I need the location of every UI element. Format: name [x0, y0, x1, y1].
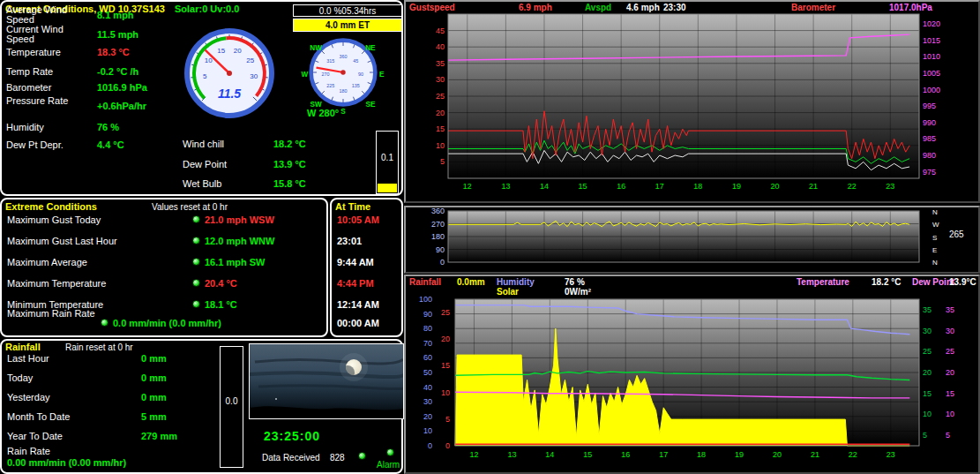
pressure-rate-value: +0.6hPa/hr — [97, 101, 146, 111]
compass-s-label: S — [340, 108, 346, 116]
axis-tick: 50 — [423, 368, 432, 377]
year-to-date-label: Year To Date — [7, 431, 63, 441]
axis-tick: 0 — [428, 441, 432, 450]
axis-tick: 90 — [436, 245, 445, 254]
data-received-led — [358, 452, 366, 460]
axis-tick: 985 — [923, 134, 936, 143]
wind-chill-label: Wind chill — [183, 139, 224, 149]
humidity-label: Humidity — [6, 122, 44, 132]
axis-tick: 10 — [923, 410, 931, 418]
wet-bulb-value: 15.8 °C — [273, 178, 306, 189]
humidity-chart-value: 76 % — [565, 277, 585, 287]
barometer-chart-value: 1017.0hPa — [889, 3, 932, 12]
axis-tick: 180 — [431, 232, 445, 241]
dew-pt-depr-value: 4.4 °C — [97, 139, 124, 150]
max-temperature-value: 20.4 °C — [205, 278, 237, 289]
month-to-date-value: 5 mm — [141, 411, 167, 422]
x-axis-tick: 20 — [771, 182, 780, 191]
alarm-label: Alarm — [377, 460, 400, 470]
wind-history-chart[interactable]: 5101520253035404597598098599099510001005… — [406, 2, 978, 201]
x-axis-tick: 19 — [732, 182, 741, 191]
yesterday-label: Yesterday — [7, 392, 50, 403]
temp-rate-label: Temp Rate — [6, 66, 53, 77]
x-axis-tick: 21 — [811, 450, 819, 459]
compass-w-label: W — [302, 71, 309, 79]
solar-uv-readout: Solar:0 Uv:0.0 — [175, 4, 239, 14]
rain-bar-gauge: 0.0 — [220, 346, 243, 468]
x-axis-tick: 14 — [540, 182, 549, 191]
axis-tick: 35 — [923, 305, 931, 314]
axis-tick: 35 — [946, 305, 954, 314]
axis-tick: 45 — [436, 26, 445, 35]
temperature-chart-label: Temperature — [797, 277, 849, 287]
x-axis-tick: 12 — [469, 450, 478, 459]
et-bar-fill — [378, 184, 397, 192]
wind-gauge-tick-20: 20 — [234, 47, 242, 55]
axis-tick: 20 — [436, 109, 445, 117]
chart-annotation: N — [932, 259, 938, 267]
axis-tick: 80 — [423, 324, 432, 333]
wind-direction-chart-frame: 090180270360NWSEN265 — [404, 206, 980, 274]
axis-tick: 10 — [946, 410, 954, 418]
x-axis-tick: 16 — [621, 450, 630, 459]
compass-deg-180: 180 — [339, 88, 347, 94]
current-wind-value: 11.5 mph — [97, 29, 138, 40]
dew-point-label: Dew Point — [183, 159, 227, 169]
data-received-count: 828 — [330, 453, 345, 463]
x-axis-tick: 15 — [583, 450, 592, 459]
x-axis-tick: 20 — [773, 450, 782, 459]
sunshine-hours-box: 0.0 %05.34hrs — [293, 4, 402, 17]
axis-tick: 30 — [946, 327, 954, 335]
temperature-value: 18.3 °C — [97, 47, 130, 57]
max-rain-rate-led — [101, 319, 108, 327]
rainfall-chart-label: Rainfall — [409, 277, 441, 287]
x-axis-tick: 14 — [545, 450, 554, 459]
at-time-2: 9:44 AM — [337, 257, 374, 267]
dew-point-value: 13.9 °C — [273, 159, 306, 169]
wet-bulb-label: Wet Bulb — [183, 178, 221, 189]
axis-tick: 25 — [923, 347, 931, 356]
chart-annotation: S — [932, 234, 937, 242]
axis-tick: 20 — [423, 412, 432, 421]
extreme-conditions-title: Extreme Conditions — [5, 201, 97, 212]
axis-tick: 0 — [445, 441, 450, 450]
axis-tick: 5 — [923, 431, 927, 440]
last-hour-label: Last Hour — [7, 353, 49, 364]
max-gust-hour-led — [192, 237, 200, 245]
at-time-4: 12:14 AM — [337, 299, 379, 310]
axis-tick: 5 — [946, 431, 950, 440]
max-temperature-label: Maximum Temperature — [7, 278, 106, 289]
at-time-panel: At Time 10:05 AM 23:01 9:44 AM 4:44 PM 1… — [330, 198, 403, 337]
wind-direction-history-chart[interactable]: 090180270360NWSEN265 — [406, 207, 978, 272]
compass-nw-label: NW — [310, 44, 322, 52]
rainfall-panel: Rainfall Rain reset at 0 hr Last Hour 0 … — [0, 339, 403, 474]
chart-time: 23:30 — [663, 3, 686, 12]
compass-e-label: E — [379, 71, 385, 79]
max-gust-hour-value: 12.0 mph WNW — [205, 236, 274, 246]
conditions-history-chart[interactable]: 0102030405060708090100051015202551015202… — [406, 276, 978, 472]
current-conditions-panel: Current Conditions, WD 10.37S143 Solar:0… — [0, 0, 403, 196]
compass-deg-45: 45 — [353, 58, 358, 64]
wind-gauge-tick-15: 15 — [217, 47, 225, 55]
x-axis-tick: 16 — [617, 182, 625, 191]
min-temperature-value: 18.1 °C — [205, 299, 237, 310]
conditions-chart-frame: Rainfall 0.0mm Humidity 76 % Solar 0W/m²… — [404, 275, 980, 474]
wind-chart-header: Gustspeed 6.9 mph Avspd 4.6 mph 23:30 Ba… — [406, 2, 978, 23]
axis-tick: 990 — [923, 118, 936, 127]
at-time-3: 4:44 PM — [337, 278, 374, 289]
x-axis-tick: 19 — [735, 450, 744, 459]
max-average-label: Maximum Average — [7, 257, 87, 267]
axis-tick: 90 — [423, 310, 432, 319]
barometer-value: 1016.9 hPa — [97, 82, 147, 93]
x-axis-tick: 18 — [693, 182, 702, 191]
axis-tick: 270 — [431, 220, 445, 229]
alarm-led[interactable] — [386, 448, 394, 456]
max-gust-today-value: 21.0 mph WSW — [205, 214, 274, 225]
pressure-rate-label: Pressure Rate — [6, 96, 90, 106]
temperature-chart-value: 18.2 °C — [872, 277, 901, 287]
rainfall-subtitle: Rain reset at 0 hr — [65, 342, 133, 352]
barometer-chart-label: Barometer — [791, 3, 835, 12]
wind-direction-gauge: NE E SE S SW W NW 45 90 135 180 225 270 … — [299, 28, 387, 117]
yesterday-value: 0 mm — [141, 392, 167, 403]
axis-tick: 40 — [436, 42, 445, 51]
